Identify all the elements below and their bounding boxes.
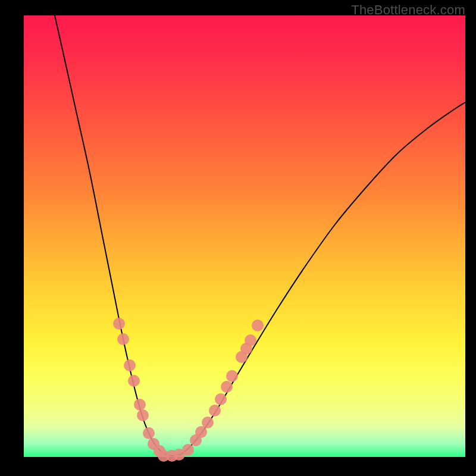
scatter-dot <box>134 399 146 411</box>
scatter-dot <box>124 359 136 371</box>
scatter-dot <box>117 333 129 345</box>
outer-frame: TheBottleneck.com <box>0 0 476 476</box>
scatter-dot <box>245 334 256 346</box>
scatter-dots-left <box>113 318 165 457</box>
scatter-dots-right <box>158 320 264 462</box>
plot-area <box>24 15 465 457</box>
scatter-dot <box>143 427 155 439</box>
scatter-dot <box>252 320 264 331</box>
scatter-dot <box>137 409 149 421</box>
chart-svg <box>24 15 465 457</box>
scatter-dot <box>209 405 221 416</box>
curve-left-branch <box>55 15 172 456</box>
scatter-dot <box>113 318 125 330</box>
scatter-dot <box>202 416 214 428</box>
scatter-dot <box>215 393 227 405</box>
scatter-dot <box>221 381 233 393</box>
scatter-dot <box>128 375 140 387</box>
scatter-dot <box>182 444 194 456</box>
scatter-dot <box>226 370 238 382</box>
